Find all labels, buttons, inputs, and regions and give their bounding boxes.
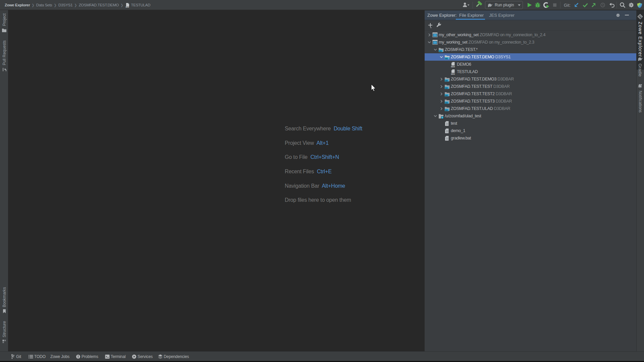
svg-text:DS: DS [439,50,442,52]
svg-text:MEM: MEM [451,73,455,75]
svg-text:Z: Z [638,14,642,19]
svg-text:DS: DS [445,109,448,111]
svg-text:DS: DS [445,95,448,97]
svg-text:DS: DS [445,102,448,104]
svg-text:DS: DS [445,80,448,82]
svg-text:DS: DS [445,58,448,60]
svg-text:MEM: MEM [451,66,455,68]
svg-text:DS: DS [445,87,448,89]
